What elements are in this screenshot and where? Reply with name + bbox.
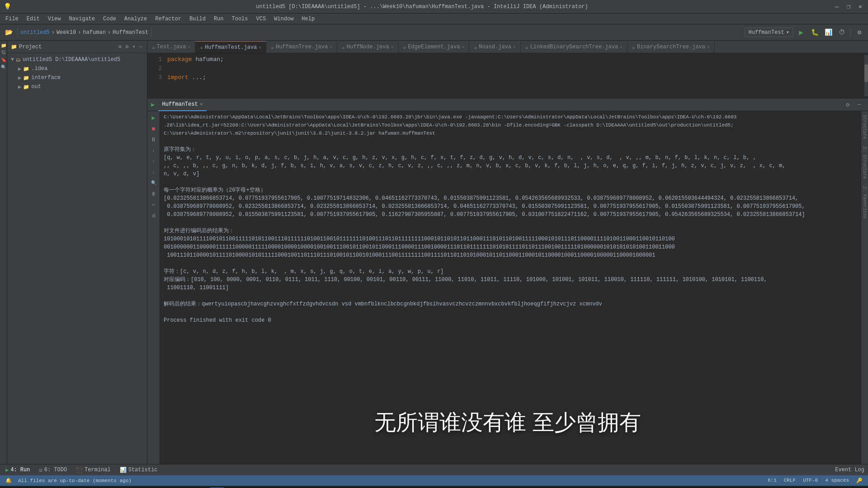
- line-separator[interactable]: CRLF: [782, 478, 797, 483]
- tab-huffmantest-java[interactable]: ☕ HuffmanTest.java ✕: [195, 41, 266, 53]
- toolbar-open-btn[interactable]: 📂: [3, 27, 14, 38]
- rerun-button[interactable]: ▶: [149, 113, 159, 123]
- menu-help[interactable]: Help: [298, 15, 318, 23]
- indent-info[interactable]: 4 spaces: [823, 478, 851, 483]
- line-num-1: 1: [147, 55, 162, 64]
- tree-root-label: untitled5 D:\IDEAAAA\untitled5: [23, 56, 120, 63]
- run-clear-btn[interactable]: 🗑: [149, 189, 159, 199]
- settings-button[interactable]: ⚙: [854, 27, 865, 38]
- coverage-button[interactable]: 📊: [822, 27, 834, 38]
- run-prev-btn[interactable]: ↑: [149, 156, 159, 166]
- editor-scrollbar[interactable]: [864, 55, 868, 96]
- structure-sidebar-icon[interactable]: 🏗: [0, 50, 7, 56]
- menu-file[interactable]: File: [2, 15, 22, 23]
- run-print-btn[interactable]: 🖨: [149, 211, 159, 221]
- menu-vcs[interactable]: VCS: [253, 15, 270, 23]
- bottom-tab-terminal[interactable]: ⬛ Terminal: [74, 466, 113, 474]
- bottom-tab-run[interactable]: ▶ 4: Run: [4, 466, 32, 474]
- tree-root[interactable]: ▼ 🗂 untitled5 D:\IDEAAAA\untitled5: [7, 55, 147, 64]
- code-editor[interactable]: package hafuman; import ...;: [165, 55, 864, 96]
- close-button[interactable]: ✕: [856, 3, 864, 11]
- bottom-tab-statistic[interactable]: 📊 Statistic: [118, 466, 160, 474]
- menu-edit[interactable]: Edit: [23, 15, 43, 23]
- tree-item-out[interactable]: ▶ 📁 out: [7, 82, 147, 91]
- run-button[interactable]: ▶: [795, 27, 807, 38]
- menu-window[interactable]: Window: [270, 15, 297, 23]
- bookmarks-sidebar-icon[interactable]: 🔖: [0, 57, 7, 63]
- event-log-btn[interactable]: Event Log: [835, 467, 864, 473]
- tab-huffmantree-java-close[interactable]: ✕: [330, 44, 332, 50]
- project-filter-btn[interactable]: ⚙: [124, 42, 129, 51]
- charset-info[interactable]: UTF-8: [801, 478, 820, 483]
- structure-side-label[interactable]: Structure: [861, 111, 868, 143]
- cursor-position[interactable]: 6:1: [766, 478, 778, 483]
- debug-button[interactable]: 🐛: [809, 27, 821, 38]
- stop-button[interactable]: ■: [149, 124, 159, 134]
- tab-edgeelement-java-close[interactable]: ✕: [462, 44, 464, 50]
- run-minimize-btn[interactable]: —: [854, 100, 864, 110]
- tab-test-java-close[interactable]: ✕: [188, 44, 190, 50]
- project-panel-title: Project: [19, 44, 116, 50]
- week10-breadcrumb[interactable]: Week10: [57, 29, 76, 36]
- code-line-3: import ...;: [167, 73, 864, 82]
- menu-analyze[interactable]: Analyze: [121, 15, 151, 23]
- run-filter-btn[interactable]: 🔍: [149, 178, 159, 188]
- section4-label: 字符：[c, v, n, d, z, f, h, b, l, k, , m, x…: [164, 268, 443, 275]
- run-scroll-end-btn[interactable]: ↓: [149, 145, 159, 155]
- tab-huffmantree-java[interactable]: ☕ HuffmanTree.java ✕: [266, 41, 337, 53]
- section1-data: [q, w, e, r, t, y, u, i, o, p, a, s, c, …: [164, 155, 756, 161]
- run-header-controls: ⚙ —: [843, 100, 864, 110]
- run-settings-btn[interactable]: ⚙: [843, 100, 853, 110]
- z-structure-side-label[interactable]: Z: Structure: [861, 143, 868, 183]
- tab-linkedbst-java-icon: ☕: [525, 44, 528, 50]
- project-breadcrumb[interactable]: untitled5: [20, 29, 50, 36]
- menu-view[interactable]: View: [44, 15, 65, 23]
- favorites-side-label[interactable]: 2: Favorites: [861, 183, 868, 222]
- tab-edgeelement-java[interactable]: ☕ EdgeElement.java ✕: [399, 41, 470, 53]
- tree-item-interface[interactable]: ▶ 📁 interface: [7, 73, 147, 82]
- run-pause-btn[interactable]: ⏸: [149, 135, 159, 145]
- vcs-icon[interactable]: 🔑: [854, 478, 864, 483]
- menu-navigate[interactable]: Navigate: [65, 15, 99, 23]
- tab-huffnode-java[interactable]: ☕ HuffNode.java ✕: [337, 41, 398, 53]
- tab-edgeelement-java-label: EdgeElement.java: [408, 44, 460, 50]
- project-close-btn[interactable]: —: [138, 43, 143, 51]
- bottom-right-area: Event Log: [835, 467, 864, 473]
- menu-build[interactable]: Build: [186, 15, 209, 23]
- menu-bar: File Edit View Navigate Code Analyze Ref…: [0, 14, 868, 24]
- hafuman-breadcrumb[interactable]: hafuman: [83, 29, 105, 36]
- tab-huffmantree-java-icon: ☕: [271, 44, 274, 50]
- scrollbar-thumb[interactable]: [864, 64, 868, 82]
- run-config-selector[interactable]: HuffmanTest ▾: [745, 28, 793, 37]
- bottom-tab-todo[interactable]: ☑ 6: TODO: [37, 466, 69, 474]
- run-next-btn[interactable]: ↓: [149, 167, 159, 177]
- menu-code[interactable]: Code: [99, 15, 120, 23]
- project-more-btn[interactable]: ▾: [132, 42, 137, 51]
- status-icon: 🔔: [4, 478, 14, 483]
- tree-item-idea[interactable]: ▶ 📁 .idea: [7, 64, 147, 73]
- run-tab-huffmantest[interactable]: HuffmanTest ✕: [158, 99, 206, 111]
- menu-refactor[interactable]: Refactor: [151, 15, 185, 23]
- run-tab-close-btn[interactable]: ✕: [200, 101, 203, 108]
- tab-bst-java[interactable]: ☕ BinarySearchTree.java ✕: [627, 41, 715, 53]
- run-softrap-btn[interactable]: ↩: [149, 200, 159, 210]
- menu-tools[interactable]: Tools: [228, 15, 252, 23]
- menu-run[interactable]: Run: [210, 15, 227, 23]
- tab-bst-java-close[interactable]: ✕: [707, 44, 710, 50]
- project-expand-btn[interactable]: ⊕: [118, 42, 123, 51]
- tab-linkedbst-java[interactable]: ☕ LinkedBinarySearchTree.java ✕: [521, 41, 627, 53]
- profile-button[interactable]: ⏱: [836, 27, 848, 38]
- maximize-button[interactable]: ❐: [844, 3, 853, 11]
- find-sidebar-icon[interactable]: 🔍: [0, 64, 7, 70]
- tab-noasd-java-close[interactable]: ✕: [513, 44, 516, 50]
- project-sidebar-icon[interactable]: 📁: [0, 42, 7, 49]
- minimize-button[interactable]: —: [833, 3, 841, 11]
- tab-test-java[interactable]: ☕ Test.java ✕: [147, 41, 195, 53]
- left-sidebar-icons: 📁 🏗 🔖 🔍: [0, 41, 7, 464]
- tab-noasd-java[interactable]: ☕ Noasd.java ✕: [469, 41, 521, 53]
- tab-huffmantest-java-close[interactable]: ✕: [259, 45, 261, 50]
- huffmantest-breadcrumb[interactable]: HuffmanTest: [113, 29, 148, 36]
- tab-huffnode-java-close[interactable]: ✕: [391, 44, 393, 50]
- tab-linkedbst-java-close[interactable]: ✕: [620, 44, 623, 50]
- tree-root-icon: 🗂: [16, 57, 21, 63]
